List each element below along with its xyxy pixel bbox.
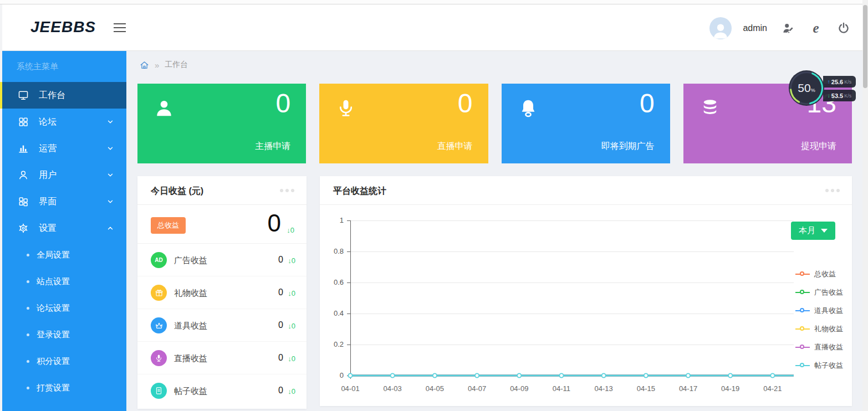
legend-marker-icon [795, 345, 810, 350]
sidebar-subitem-login-settings[interactable]: 登录设置 [2, 321, 126, 348]
performance-ring[interactable]: 50% [788, 70, 825, 106]
data-point-marker [602, 373, 606, 377]
legend-label: 总收益 [814, 269, 836, 279]
breadcrumb-current[interactable]: 工作台 [165, 60, 188, 70]
sidebar-item-label: 运营 [39, 143, 57, 155]
panel-title: 平台收益统计 [333, 186, 386, 197]
sidebar-subitem-global-settings[interactable]: 全局设置 [2, 242, 126, 268]
total-earnings-value: 0 [268, 209, 281, 237]
user-edit-icon[interactable] [782, 22, 795, 35]
legend-item[interactable]: 道具收益 [795, 301, 843, 320]
y-axis-label: 0 [318, 371, 344, 379]
earnings-value: 0 [278, 255, 283, 265]
sidebar-item-forum[interactable]: 论坛 [2, 109, 126, 135]
monitor-icon [18, 90, 29, 101]
stat-card-label: 提现申请 [801, 141, 836, 152]
stat-card-live-apply[interactable]: 0 直播申请 [319, 84, 488, 163]
stat-card-label: 主播申请 [255, 141, 290, 152]
gear-icon [18, 223, 29, 234]
stat-card-value: 0 [458, 88, 473, 119]
panel-menu-icon[interactable] [825, 189, 840, 192]
username[interactable]: admin [743, 23, 767, 33]
data-point-marker [686, 373, 690, 377]
y-axis-label: 0.6 [318, 278, 344, 286]
panel-title: 今日收益 (元) [151, 186, 203, 197]
sidebar-item-settings[interactable]: 设置 [2, 215, 126, 242]
stat-cards-row: 0 主播申请 0 直播申请 0 即将到期广告 [137, 84, 852, 163]
period-dropdown-button[interactable]: 本月 [791, 222, 835, 240]
legend-item[interactable]: 广告收益 [795, 283, 843, 301]
app-logo[interactable]: JEEBBS [30, 18, 96, 36]
revenue-chart-panel: 平台收益统计 00.20.40.60.8104-0104-0304-0504-0… [320, 176, 852, 406]
legend-item[interactable]: 直播收益 [795, 338, 843, 356]
sidebar-item-operations[interactable]: 运营 [2, 135, 126, 162]
sidebar-subitem-label: 登录设置 [37, 330, 70, 340]
panel-header: 平台收益统计 [320, 176, 852, 205]
earnings-label: 道具收益 [174, 321, 207, 331]
x-axis-label: 04-19 [713, 384, 748, 393]
earnings-row-ad: AD 广告收益 0 ↓0 [137, 244, 307, 276]
user-icon [18, 169, 29, 181]
earnings-row-gift: 礼物收益 0 ↓0 [137, 276, 307, 309]
chart-series-svg [350, 220, 794, 379]
earnings-delta: ↓0 [288, 387, 295, 395]
sidebar-subitem-label: 打赏设置 [37, 383, 70, 393]
sidebar-item-users[interactable]: 用户 [2, 162, 126, 188]
up-arrow-icon: ↑ [828, 79, 830, 85]
bell-icon [518, 98, 538, 118]
scrollbar-thumb[interactable] [863, 5, 867, 88]
stat-card-expiring-ads[interactable]: 0 即将到期广告 [502, 84, 670, 163]
home-icon[interactable] [140, 60, 149, 70]
legend-item[interactable]: 总收益 [795, 265, 843, 283]
sidebar-subitem-label: 站点设置 [37, 276, 70, 287]
data-point-marker [644, 373, 648, 377]
legend-item[interactable]: 礼物收益 [795, 320, 843, 338]
earnings-delta: ↓0 [288, 355, 295, 363]
legend-item[interactable]: 帖子收益 [795, 356, 843, 374]
legend-label: 广告收益 [814, 287, 843, 297]
y-axis-label: 1 [318, 216, 344, 224]
earnings-delta: ↓0 [288, 256, 295, 265]
today-earnings-panel: 今日收益 (元) 总收益 0 ↓0 AD 广告收益 0 ↓0 礼物收益 0 ↓0 [137, 176, 307, 409]
chart-legend: 总收益广告收益道具收益礼物收益直播收益帖子收益 [795, 265, 843, 374]
download-speed-value: 53.5 [831, 93, 843, 99]
page-scrollbar[interactable] [862, 0, 868, 411]
sidebar-subitem-reward-settings[interactable]: 打赏设置 [2, 374, 126, 401]
sidebar-subitem-forum-settings[interactable]: 论坛设置 [2, 295, 126, 321]
sidebar-subitem-label: 全局设置 [37, 250, 70, 260]
network-speed-overlay[interactable]: ↑ 25.6 K/s ↓ 53.5 K/s 50% [788, 70, 825, 106]
stat-card-anchor-apply[interactable]: 0 主播申请 [137, 84, 306, 163]
bullet-icon [27, 360, 29, 363]
chevron-down-icon [106, 145, 114, 152]
header-right: admin e [709, 5, 850, 51]
chevron-down-icon [106, 198, 114, 206]
sidebar-subitem-site-settings[interactable]: 站点设置 [2, 268, 126, 295]
performance-percent: 50% [788, 70, 825, 106]
sidebar-subitem-points-settings[interactable]: 积分设置 [2, 348, 126, 374]
x-axis-label: 04-17 [671, 384, 706, 393]
x-axis-label: 04-11 [544, 384, 579, 393]
upload-speed-value: 25.6 [831, 79, 843, 85]
earnings-label: 礼物收益 [174, 288, 207, 299]
legend-label: 道具收益 [814, 306, 843, 316]
total-badge: 总收益 [151, 217, 186, 234]
power-icon[interactable] [837, 22, 850, 35]
sidebar-item-interface[interactable]: 界面 [2, 188, 126, 215]
avatar[interactable] [709, 17, 732, 39]
chevron-down-icon [821, 229, 828, 233]
panel-menu-icon[interactable] [280, 189, 294, 192]
hamburger-icon[interactable] [114, 20, 127, 34]
data-point-marker [348, 373, 352, 377]
legend-label: 直播收益 [814, 342, 843, 352]
stat-card-label: 直播申请 [437, 141, 473, 152]
data-point-marker [391, 373, 395, 377]
forum-grid-icon [18, 116, 29, 127]
y-axis-label: 0.2 [318, 340, 344, 348]
earnings-value: 0 [278, 353, 283, 363]
ad-badge-icon: AD [151, 252, 167, 268]
bullet-icon [27, 333, 29, 336]
sidebar-item-workbench[interactable]: 工作台 [2, 82, 126, 109]
ie-browser-icon[interactable]: e [809, 22, 823, 35]
speed-unit: K/s [844, 79, 851, 85]
layout-icon [18, 196, 29, 207]
